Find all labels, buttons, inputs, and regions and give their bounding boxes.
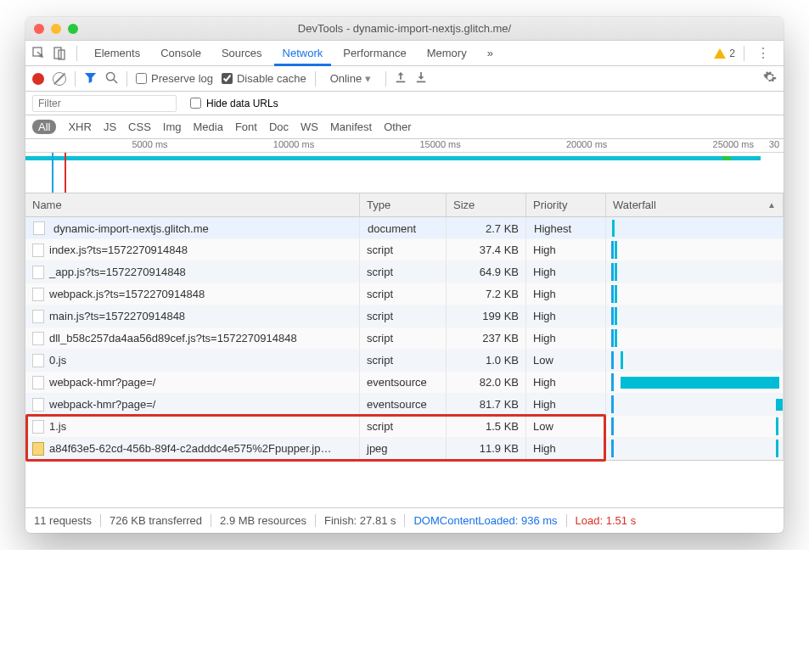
cell-priority[interactable]: High <box>526 261 606 283</box>
cell-waterfall[interactable] <box>606 239 784 261</box>
cell-priority[interactable]: High <box>526 328 606 350</box>
cell-waterfall[interactable] <box>606 328 784 350</box>
filter-type-all[interactable]: All <box>32 120 56 134</box>
filter-input[interactable] <box>32 95 177 112</box>
cell-type[interactable]: script <box>360 239 447 261</box>
cell-priority[interactable]: Low <box>526 350 606 372</box>
hide-data-urls-toggle[interactable]: Hide data URLs <box>190 98 278 109</box>
filter-type-manifest[interactable]: Manifest <box>330 120 372 133</box>
tab-console[interactable]: Console <box>152 41 210 66</box>
upload-har-icon[interactable] <box>395 71 407 86</box>
inspect-icon[interactable] <box>31 45 48 62</box>
cell-type[interactable]: script <box>360 350 447 372</box>
cell-type[interactable]: script <box>360 416 447 438</box>
record-button[interactable] <box>32 73 44 85</box>
disable-cache-checkbox[interactable] <box>222 73 233 84</box>
cell-size[interactable]: 37.4 KB <box>447 239 526 261</box>
disable-cache-toggle[interactable]: Disable cache <box>222 72 306 85</box>
filter-type-media[interactable]: Media <box>193 120 222 133</box>
cell-name[interactable]: webpack-hmr?page=/ <box>25 394 360 416</box>
download-har-icon[interactable] <box>415 71 427 86</box>
throttle-select[interactable]: Online ▾ <box>324 70 378 87</box>
cell-size[interactable]: 2.7 KB <box>447 217 526 239</box>
tab-network[interactable]: Network <box>274 41 332 66</box>
cell-size[interactable]: 199 KB <box>447 305 526 328</box>
column-waterfall[interactable]: Waterfall ▲ <box>606 193 784 217</box>
cell-name[interactable]: 1.js <box>25 416 360 438</box>
filter-type-js[interactable]: JS <box>104 120 116 133</box>
cell-name[interactable]: dynamic-import-nextjs.glitch.me <box>25 217 360 239</box>
filter-type-xhr[interactable]: XHR <box>68 120 91 133</box>
cell-type[interactable]: script <box>360 328 447 350</box>
cell-priority[interactable]: High <box>526 394 606 416</box>
column-size[interactable]: Size <box>447 193 526 217</box>
cell-priority[interactable]: High <box>526 438 606 460</box>
cell-waterfall[interactable] <box>606 416 784 438</box>
cell-size[interactable]: 237 KB <box>447 328 526 350</box>
cell-waterfall[interactable] <box>606 217 784 239</box>
cell-name[interactable]: dll_b58c257da4aa56d89cef.js?ts=157227091… <box>25 328 360 350</box>
column-type[interactable]: Type <box>360 193 447 217</box>
column-name[interactable]: Name <box>25 193 360 217</box>
column-priority[interactable]: Priority <box>526 193 606 217</box>
search-icon[interactable] <box>105 71 118 87</box>
cell-size[interactable]: 7.2 KB <box>447 283 526 305</box>
cell-size[interactable]: 81.7 KB <box>447 394 526 416</box>
cell-priority[interactable]: High <box>526 305 606 328</box>
cell-name[interactable]: index.js?ts=1572270914848 <box>25 239 360 261</box>
tab-performance[interactable]: Performance <box>334 41 414 66</box>
warning-count[interactable]: 2 <box>729 48 735 59</box>
cell-size[interactable]: 82.0 KB <box>447 372 526 394</box>
cell-name[interactable]: 0.js <box>25 350 360 372</box>
cell-waterfall[interactable] <box>606 283 784 305</box>
cell-name[interactable]: webpack.js?ts=1572270914848 <box>25 283 360 305</box>
cell-priority[interactable]: High <box>526 239 606 261</box>
cell-waterfall[interactable] <box>606 438 784 460</box>
cell-type[interactable]: eventsource <box>360 394 447 416</box>
preserve-log-checkbox[interactable] <box>136 73 147 84</box>
cell-name[interactable]: webpack-hmr?page=/ <box>25 372 360 394</box>
cell-size[interactable]: 1.0 KB <box>447 350 526 372</box>
cell-priority[interactable]: High <box>526 283 606 305</box>
filter-type-other[interactable]: Other <box>384 120 412 133</box>
filter-type-img[interactable]: Img <box>163 120 182 133</box>
cell-type[interactable]: document <box>360 217 447 239</box>
tab-sources[interactable]: Sources <box>213 41 271 66</box>
timeline[interactable]: 5000 ms 10000 ms 15000 ms 20000 ms 25000… <box>25 139 784 193</box>
cell-name[interactable]: a84f63e5-62cd-456b-89f4-c2adddc4e575%2Fp… <box>25 438 360 460</box>
cell-priority[interactable]: High <box>526 372 606 394</box>
cell-priority[interactable]: Highest <box>526 217 606 239</box>
settings-icon[interactable] <box>763 70 777 87</box>
filter-type-ws[interactable]: WS <box>301 120 318 133</box>
cell-type[interactable]: script <box>360 261 447 283</box>
clear-button[interactable] <box>53 72 66 86</box>
cell-type[interactable]: jpeg <box>360 438 447 460</box>
cell-size[interactable]: 64.9 KB <box>447 261 526 283</box>
filter-toggle-icon[interactable] <box>84 71 97 87</box>
cell-waterfall[interactable] <box>606 372 784 394</box>
cell-type[interactable]: script <box>360 305 447 328</box>
tab-memory[interactable]: Memory <box>419 41 475 66</box>
cell-waterfall[interactable] <box>606 350 784 372</box>
cell-size[interactable]: 1.5 KB <box>447 416 526 438</box>
cell-type[interactable]: script <box>360 283 447 305</box>
request-name: 1.js <box>49 420 66 433</box>
tab-elements[interactable]: Elements <box>86 41 149 66</box>
cell-name[interactable]: _app.js?ts=1572270914848 <box>25 261 360 283</box>
hide-data-urls-checkbox[interactable] <box>190 98 201 109</box>
filter-type-font[interactable]: Font <box>235 120 257 133</box>
request-name: dll_b58c257da4aa56d89cef.js?ts=157227091… <box>49 332 297 344</box>
cell-priority[interactable]: Low <box>526 416 606 438</box>
device-toggle-icon[interactable] <box>51 45 68 62</box>
cell-type[interactable]: eventsource <box>360 372 447 394</box>
cell-waterfall[interactable] <box>606 261 784 283</box>
filter-type-doc[interactable]: Doc <box>269 120 289 133</box>
tab-more[interactable]: » <box>479 41 502 66</box>
cell-name[interactable]: main.js?ts=1572270914848 <box>25 305 360 328</box>
devtools-menu-icon[interactable]: ⋮ <box>753 45 773 61</box>
cell-size[interactable]: 11.9 KB <box>447 438 526 460</box>
cell-waterfall[interactable] <box>606 394 784 416</box>
cell-waterfall[interactable] <box>606 305 784 328</box>
preserve-log-toggle[interactable]: Preserve log <box>136 72 213 85</box>
filter-type-css[interactable]: CSS <box>128 120 151 133</box>
